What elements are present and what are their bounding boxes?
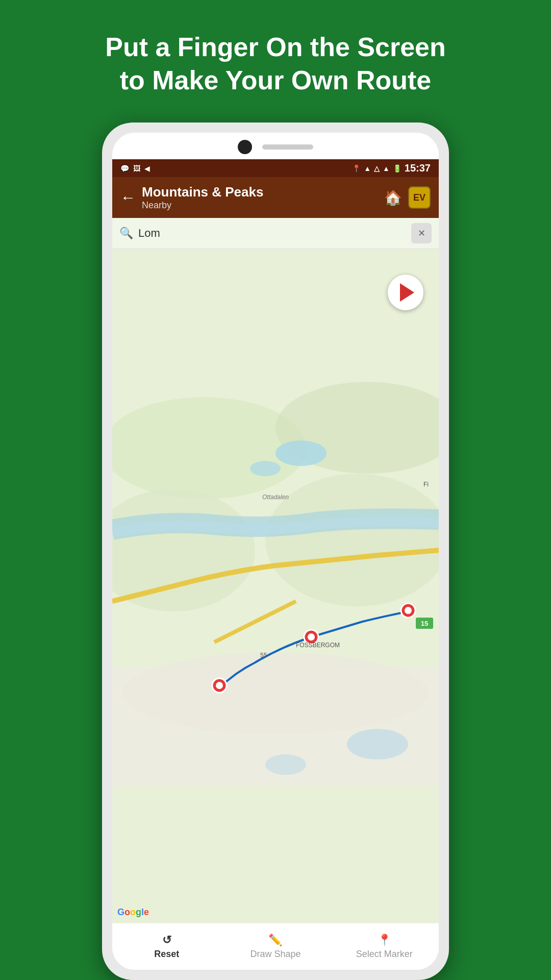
search-icon: 🔍 — [119, 227, 133, 240]
draw-shape-label: Draw Shape — [250, 949, 300, 960]
play-button[interactable] — [388, 275, 423, 310]
svg-text:FOSSBERGOM: FOSSBERGOM — [296, 642, 340, 649]
status-left-icons: 💬 🖼 ◀ — [120, 164, 150, 173]
search-bar: 🔍 ✕ — [112, 218, 439, 249]
app-subtitle: Nearby — [142, 200, 378, 211]
svg-point-16 — [405, 607, 412, 614]
app-bar-icons: 🏠 EV — [384, 186, 431, 209]
google-logo: G o o g l e — [117, 907, 149, 918]
instruction-header: Put a Finger On the Screen to Make Your … — [64, 0, 486, 122]
svg-text:Fi: Fi — [423, 481, 429, 488]
navigation-icon: ◀ — [144, 164, 150, 173]
wifi-icon: ▲ — [364, 164, 371, 173]
quote-icon: 💬 — [120, 164, 129, 173]
draw-icon: ✏️ — [268, 934, 282, 947]
play-icon — [400, 283, 414, 302]
search-input[interactable] — [138, 227, 406, 240]
battery-icon: 🔋 — [393, 164, 402, 173]
map-area[interactable]: 15 55 Ottadalen FOSSBERGOM Fi G o o g l — [112, 249, 439, 923]
status-right: 📍 ▲ △ ▲ 🔋 15:37 — [352, 162, 431, 174]
svg-point-10 — [265, 754, 306, 775]
image-icon: 🖼 — [133, 164, 140, 173]
phone-shell: 💬 🖼 ◀ 📍 ▲ △ ▲ 🔋 15:37 ← Mountains & Peak… — [102, 122, 449, 980]
map-svg: 15 55 Ottadalen FOSSBERGOM Fi — [112, 249, 439, 923]
signal-full-icon: ▲ — [383, 164, 390, 173]
phone-screen: 💬 🖼 ◀ 📍 ▲ △ ▲ 🔋 15:37 ← Mountains & Peak… — [112, 133, 439, 970]
signal-icon: △ — [374, 164, 380, 173]
reset-label: Reset — [154, 949, 179, 960]
svg-point-14 — [308, 633, 315, 641]
app-title: Mountains & Peaks — [142, 184, 378, 200]
svg-point-5 — [276, 440, 327, 466]
reset-icon: ↺ — [162, 934, 171, 947]
select-marker-label: Select Marker — [356, 949, 413, 960]
bottom-bar: ↺ Reset ✏️ Draw Shape 📍 Select Marker — [112, 923, 439, 970]
svg-point-12 — [216, 682, 223, 689]
svg-text:15: 15 — [421, 620, 428, 627]
search-clear-button[interactable]: ✕ — [411, 223, 432, 243]
home-button[interactable]: 🏠 — [384, 189, 402, 206]
clock: 15:37 — [405, 162, 431, 174]
select-marker-button[interactable]: 📍 Select Marker — [330, 928, 439, 965]
svg-text:55: 55 — [260, 652, 267, 659]
phone-camera — [238, 140, 252, 154]
app-bar: ← Mountains & Peaks Nearby 🏠 EV — [112, 177, 439, 218]
svg-point-6 — [250, 461, 281, 476]
app-bar-title-block: Mountains & Peaks Nearby — [142, 184, 378, 211]
phone-speaker — [262, 144, 313, 150]
reset-button[interactable]: ↺ Reset — [112, 928, 221, 965]
location-icon: 📍 — [352, 164, 361, 173]
status-bar: 💬 🖼 ◀ 📍 ▲ △ ▲ 🔋 15:37 — [112, 159, 439, 177]
svg-text:Ottadalen: Ottadalen — [262, 494, 289, 501]
draw-shape-button[interactable]: ✏️ Draw Shape — [221, 928, 330, 965]
svg-point-8 — [122, 652, 429, 734]
back-button[interactable]: ← — [120, 189, 136, 206]
marker-icon: 📍 — [378, 934, 391, 947]
svg-point-9 — [347, 729, 408, 760]
ev-badge[interactable]: EV — [408, 186, 431, 209]
phone-physical-bar — [112, 133, 439, 159]
